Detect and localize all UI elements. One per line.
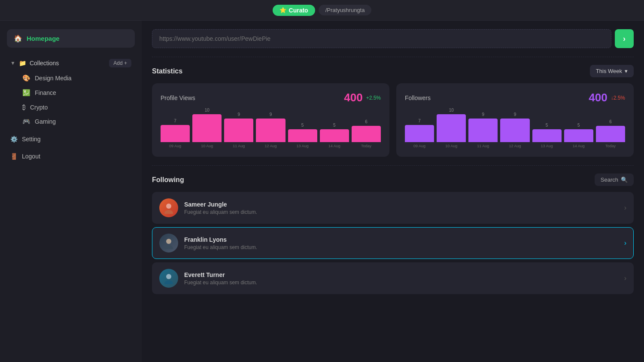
bar-rect	[224, 119, 253, 142]
sidebar: 🏠 Homepage ▼ 📁 Collections Add + 🎨 Desig…	[0, 21, 142, 362]
profile-views-header: Profile Views 400 +2.5%	[161, 91, 381, 104]
nav-path[interactable]: /Pratyushrungta	[319, 5, 372, 15]
url-input[interactable]	[152, 29, 611, 48]
logout-icon: 🚪	[10, 153, 18, 160]
avatar-everett	[159, 269, 178, 288]
following-item-sameer[interactable]: Sameer Jungle Fuegiat eu aliquam sem dic…	[152, 192, 634, 224]
bar-date: 13 Aug	[297, 144, 309, 149]
bar-rect	[500, 119, 529, 142]
bar-column: 514 Aug	[320, 123, 349, 149]
following-name-franklin: Franklin Lyons	[184, 236, 618, 243]
bar-number: 5	[546, 123, 548, 128]
bar-number: 10	[205, 108, 210, 113]
svg-point-1	[164, 210, 173, 214]
followers-change: ↓2.5%	[611, 95, 625, 101]
bar-date: 14 Aug	[573, 144, 585, 149]
following-search-label: Search	[601, 176, 618, 183]
following-info-sameer: Sameer Jungle Fuegiat eu aliquam sem dic…	[184, 201, 618, 215]
nav-brand-label: Curato	[289, 7, 308, 14]
bar-date: 11 Aug	[477, 144, 489, 149]
profile-views-change: +2.5%	[366, 95, 381, 101]
bar-date: 13 Aug	[541, 144, 553, 149]
following-name-everett: Everett Turner	[184, 271, 618, 278]
bar-date: 09 Aug	[169, 144, 181, 149]
collections-icon: 📁	[19, 60, 26, 67]
url-bar-row: ›	[152, 29, 634, 48]
bar-date: 14 Aug	[328, 144, 340, 149]
following-info-everett: Everett Turner Fuegiat eu aliquam sem di…	[184, 271, 618, 286]
svg-point-2	[166, 239, 171, 244]
bar-column: 1010 Aug	[437, 108, 466, 149]
followers-card: Followers 400 ↓2.5% 709 Aug1010 Aug911 A…	[396, 83, 634, 157]
followers-header: Followers 400 ↓2.5%	[405, 91, 625, 104]
bar-number: 7	[174, 119, 176, 123]
crypto-icon: ₿	[22, 103, 26, 111]
bar-date: 10 Aug	[201, 144, 213, 149]
sidebar-collections-header[interactable]: ▼ 📁 Collections Add +	[7, 55, 135, 71]
url-go-button[interactable]: ›	[615, 29, 634, 48]
statistics-title: Statistics	[152, 67, 182, 75]
add-collection-button[interactable]: Add +	[109, 59, 131, 67]
profile-views-chart: 709 Aug1010 Aug911 Aug912 Aug513 Aug514 …	[161, 110, 381, 149]
bar-column: 6Today	[352, 119, 381, 149]
followers-value: 400	[589, 91, 607, 104]
bar-column: 514 Aug	[564, 123, 593, 149]
bar-date: 12 Aug	[509, 144, 521, 149]
sidebar-item-finance[interactable]: 💹 Finance	[19, 85, 135, 100]
following-search-button[interactable]: Search 🔍	[595, 173, 634, 186]
top-nav: ⭐ Curato /Pratyushrungta	[0, 0, 644, 21]
followers-chart: 709 Aug1010 Aug911 Aug912 Aug513 Aug514 …	[405, 110, 625, 149]
nav-brand-button[interactable]: ⭐ Curato	[273, 5, 315, 16]
following-title: Following	[152, 176, 184, 184]
bar-column: 911 Aug	[468, 112, 498, 149]
svg-point-5	[164, 280, 173, 284]
settings-gear-icon: ⚙️	[10, 136, 18, 143]
bar-rect	[352, 126, 381, 142]
following-item-franklin[interactable]: Franklin Lyons Fuegiat eu aliquam sem di…	[152, 227, 634, 259]
bar-column: 911 Aug	[224, 112, 253, 149]
divider-1	[152, 57, 634, 57]
week-filter-button[interactable]: This Week ▾	[590, 65, 634, 77]
bar-rect	[596, 126, 625, 142]
sidebar-item-design-media[interactable]: 🎨 Design Media	[19, 71, 135, 85]
finance-icon: 💹	[22, 89, 30, 97]
bar-column: 709 Aug	[405, 119, 434, 149]
bar-column: 912 Aug	[256, 112, 285, 149]
app-layout: 🏠 Homepage ▼ 📁 Collections Add + 🎨 Desig…	[0, 21, 644, 362]
bar-rect	[288, 129, 317, 142]
bar-rect	[256, 119, 285, 142]
sidebar-item-crypto[interactable]: ₿ Crypto	[19, 100, 135, 114]
bar-column: 709 Aug	[161, 119, 190, 149]
bar-rect	[437, 114, 466, 142]
sidebar-collections-label: Collections	[30, 60, 59, 67]
week-label: This Week	[596, 68, 622, 74]
followers-label: Followers	[405, 94, 431, 101]
home-icon: 🏠	[14, 34, 22, 43]
profile-views-card: Profile Views 400 +2.5% 709 Aug1010 Aug9…	[152, 83, 389, 157]
chevron-down-icon: ▼	[10, 60, 15, 66]
sidebar-item-homepage[interactable]: 🏠 Homepage	[7, 29, 135, 48]
sidebar-item-logout[interactable]: 🚪 Logout	[7, 149, 135, 164]
bar-number: 6	[365, 119, 368, 124]
following-info-franklin: Franklin Lyons Fuegiat eu aliquam sem di…	[184, 236, 618, 250]
star-icon: ⭐	[279, 7, 286, 13]
divider-2	[152, 165, 634, 166]
following-item-everett[interactable]: Everett Turner Fuegiat eu aliquam sem di…	[152, 262, 634, 294]
sidebar-item-setting[interactable]: ⚙️ Setting	[7, 131, 135, 147]
bar-number: 9	[238, 112, 240, 117]
avatar-franklin	[159, 234, 178, 252]
bar-date: 09 Aug	[413, 144, 425, 149]
gaming-icon: 🎮	[22, 118, 30, 125]
sidebar-sub-items: 🎨 Design Media 💹 Finance ₿ Crypto 🎮 Gami…	[7, 71, 135, 129]
bar-rect	[468, 119, 498, 142]
bar-date: Today	[361, 144, 371, 149]
svg-point-4	[166, 274, 171, 279]
profile-views-value: 400	[344, 91, 362, 104]
bar-column: 6Today	[596, 119, 625, 149]
bar-rect	[405, 125, 434, 142]
sidebar-gaming-label: Gaming	[35, 118, 56, 125]
bar-number: 10	[449, 108, 454, 113]
sidebar-item-gaming[interactable]: 🎮 Gaming	[19, 114, 135, 129]
bar-column: 1010 Aug	[192, 108, 222, 149]
chevron-down-week-icon: ▾	[625, 68, 628, 74]
